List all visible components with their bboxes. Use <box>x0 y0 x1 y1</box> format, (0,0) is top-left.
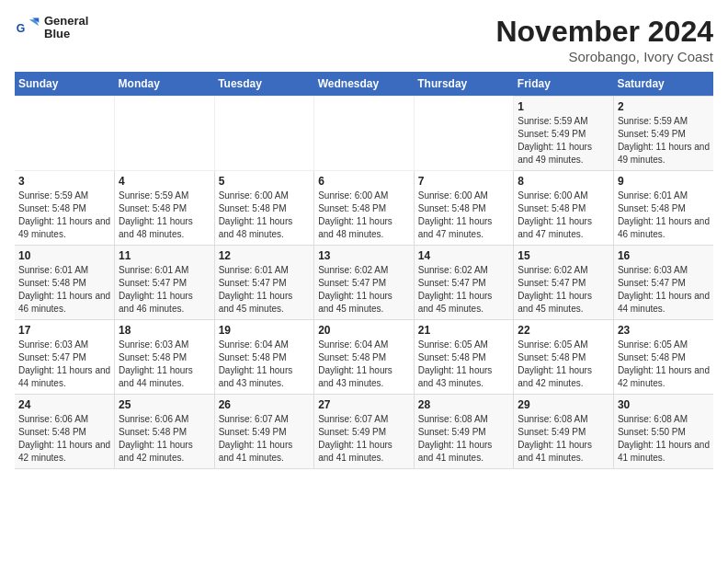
weekday-header: Wednesday <box>314 72 415 97</box>
day-number: 30 <box>618 398 710 411</box>
day-number: 3 <box>18 175 110 188</box>
calendar-cell: 19Sunrise: 6:04 AM Sunset: 5:48 PM Dayli… <box>214 320 314 395</box>
day-info: Sunrise: 6:05 AM Sunset: 5:48 PM Dayligh… <box>618 339 710 390</box>
day-info: Sunrise: 6:07 AM Sunset: 5:49 PM Dayligh… <box>219 413 311 465</box>
calendar-header: SundayMondayTuesdayWednesdayThursdayFrid… <box>15 72 713 97</box>
calendar-cell: 3Sunrise: 5:59 AM Sunset: 5:48 PM Daylig… <box>15 171 115 246</box>
calendar-body: 1Sunrise: 5:59 AM Sunset: 5:49 PM Daylig… <box>15 97 713 469</box>
calendar-cell: 11Sunrise: 6:01 AM Sunset: 5:47 PM Dayli… <box>115 246 215 320</box>
calendar-week-row: 17Sunrise: 6:03 AM Sunset: 5:47 PM Dayli… <box>15 320 713 395</box>
calendar-cell: 21Sunrise: 6:05 AM Sunset: 5:48 PM Dayli… <box>414 320 514 395</box>
day-number: 8 <box>518 175 609 188</box>
day-info: Sunrise: 6:08 AM Sunset: 5:49 PM Dayligh… <box>418 413 510 465</box>
calendar-cell: 1Sunrise: 5:59 AM Sunset: 5:49 PM Daylig… <box>514 97 614 171</box>
calendar-week-row: 24Sunrise: 6:06 AM Sunset: 5:48 PM Dayli… <box>15 395 713 469</box>
day-number: 20 <box>318 324 410 337</box>
calendar-cell: 6Sunrise: 6:00 AM Sunset: 5:48 PM Daylig… <box>314 171 415 246</box>
day-info: Sunrise: 6:05 AM Sunset: 5:48 PM Dayligh… <box>418 339 510 390</box>
day-info: Sunrise: 6:02 AM Sunset: 5:47 PM Dayligh… <box>518 264 609 316</box>
day-info: Sunrise: 6:03 AM Sunset: 5:47 PM Dayligh… <box>618 264 710 316</box>
day-number: 17 <box>18 324 110 337</box>
calendar-cell: 8Sunrise: 6:00 AM Sunset: 5:48 PM Daylig… <box>514 171 614 246</box>
day-number: 16 <box>618 249 710 262</box>
calendar-cell <box>314 97 415 171</box>
weekday-header: Sunday <box>15 72 115 97</box>
day-info: Sunrise: 5:59 AM Sunset: 5:49 PM Dayligh… <box>518 115 609 167</box>
day-number: 5 <box>219 175 311 188</box>
logo-line1: General <box>44 15 88 28</box>
calendar-cell: 4Sunrise: 5:59 AM Sunset: 5:48 PM Daylig… <box>115 171 215 246</box>
calendar-cell: 2Sunrise: 5:59 AM Sunset: 5:49 PM Daylig… <box>613 97 713 171</box>
calendar-cell: 18Sunrise: 6:03 AM Sunset: 5:48 PM Dayli… <box>115 320 215 395</box>
day-number: 22 <box>518 324 609 337</box>
weekday-header: Tuesday <box>214 72 314 97</box>
day-info: Sunrise: 6:06 AM Sunset: 5:48 PM Dayligh… <box>18 413 110 465</box>
day-number: 7 <box>418 175 510 188</box>
day-number: 29 <box>518 398 609 411</box>
day-info: Sunrise: 6:00 AM Sunset: 5:48 PM Dayligh… <box>219 190 311 241</box>
day-number: 24 <box>18 398 110 411</box>
day-info: Sunrise: 5:59 AM Sunset: 5:49 PM Dayligh… <box>618 115 710 167</box>
weekday-header: Friday <box>514 72 614 97</box>
day-info: Sunrise: 6:04 AM Sunset: 5:48 PM Dayligh… <box>318 339 410 390</box>
title-block: November 2024 Sorobango, Ivory Coast <box>495 15 713 64</box>
day-number: 27 <box>318 398 410 411</box>
day-number: 9 <box>618 175 710 188</box>
day-info: Sunrise: 6:00 AM Sunset: 5:48 PM Dayligh… <box>418 190 510 241</box>
logo-icon: G <box>15 15 40 40</box>
day-info: Sunrise: 6:07 AM Sunset: 5:49 PM Dayligh… <box>318 413 410 465</box>
day-info: Sunrise: 6:06 AM Sunset: 5:48 PM Dayligh… <box>119 413 210 465</box>
calendar-cell: 27Sunrise: 6:07 AM Sunset: 5:49 PM Dayli… <box>314 395 415 469</box>
weekday-header: Thursday <box>414 72 514 97</box>
weekday-header: Monday <box>115 72 215 97</box>
day-info: Sunrise: 6:03 AM Sunset: 5:47 PM Dayligh… <box>18 339 110 390</box>
weekday-header: Saturday <box>613 72 713 97</box>
calendar-cell: 26Sunrise: 6:07 AM Sunset: 5:49 PM Dayli… <box>214 395 314 469</box>
day-number: 15 <box>518 249 609 262</box>
day-number: 18 <box>119 324 210 337</box>
calendar-cell: 10Sunrise: 6:01 AM Sunset: 5:48 PM Dayli… <box>15 246 115 320</box>
calendar-cell: 28Sunrise: 6:08 AM Sunset: 5:49 PM Dayli… <box>414 395 514 469</box>
day-info: Sunrise: 6:01 AM Sunset: 5:47 PM Dayligh… <box>219 264 311 316</box>
page-header: G General Blue November 2024 Sorobango, … <box>15 15 713 64</box>
day-number: 2 <box>618 100 710 113</box>
day-number: 4 <box>119 175 210 188</box>
day-info: Sunrise: 6:04 AM Sunset: 5:48 PM Dayligh… <box>219 339 311 390</box>
day-number: 28 <box>418 398 510 411</box>
day-number: 19 <box>219 324 311 337</box>
calendar-cell: 5Sunrise: 6:00 AM Sunset: 5:48 PM Daylig… <box>214 171 314 246</box>
calendar-cell: 15Sunrise: 6:02 AM Sunset: 5:47 PM Dayli… <box>514 246 614 320</box>
svg-text:G: G <box>17 23 26 36</box>
calendar-week-row: 10Sunrise: 6:01 AM Sunset: 5:48 PM Dayli… <box>15 246 713 320</box>
day-number: 21 <box>418 324 510 337</box>
calendar-cell: 23Sunrise: 6:05 AM Sunset: 5:48 PM Dayli… <box>613 320 713 395</box>
day-number: 23 <box>618 324 710 337</box>
calendar-cell: 24Sunrise: 6:06 AM Sunset: 5:48 PM Dayli… <box>15 395 115 469</box>
calendar-cell <box>115 97 215 171</box>
calendar-cell <box>414 97 514 171</box>
day-info: Sunrise: 6:01 AM Sunset: 5:48 PM Dayligh… <box>18 264 110 316</box>
calendar-cell: 20Sunrise: 6:04 AM Sunset: 5:48 PM Dayli… <box>314 320 415 395</box>
day-number: 14 <box>418 249 510 262</box>
calendar-cell: 7Sunrise: 6:00 AM Sunset: 5:48 PM Daylig… <box>414 171 514 246</box>
calendar-cell: 25Sunrise: 6:06 AM Sunset: 5:48 PM Dayli… <box>115 395 215 469</box>
calendar-cell: 12Sunrise: 6:01 AM Sunset: 5:47 PM Dayli… <box>214 246 314 320</box>
logo-text: General Blue <box>44 15 88 41</box>
calendar-week-row: 3Sunrise: 5:59 AM Sunset: 5:48 PM Daylig… <box>15 171 713 246</box>
day-info: Sunrise: 6:00 AM Sunset: 5:48 PM Dayligh… <box>518 190 609 241</box>
day-number: 26 <box>219 398 311 411</box>
day-number: 1 <box>518 100 609 113</box>
day-number: 13 <box>318 249 410 262</box>
main-title: November 2024 <box>495 15 713 49</box>
day-info: Sunrise: 6:08 AM Sunset: 5:49 PM Dayligh… <box>518 413 609 465</box>
calendar-table: SundayMondayTuesdayWednesdayThursdayFrid… <box>15 72 713 469</box>
day-info: Sunrise: 6:01 AM Sunset: 5:47 PM Dayligh… <box>119 264 210 316</box>
day-info: Sunrise: 5:59 AM Sunset: 5:48 PM Dayligh… <box>18 190 110 241</box>
day-info: Sunrise: 5:59 AM Sunset: 5:48 PM Dayligh… <box>119 190 210 241</box>
calendar-cell: 22Sunrise: 6:05 AM Sunset: 5:48 PM Dayli… <box>514 320 614 395</box>
calendar-week-row: 1Sunrise: 5:59 AM Sunset: 5:49 PM Daylig… <box>15 97 713 171</box>
day-info: Sunrise: 6:08 AM Sunset: 5:50 PM Dayligh… <box>618 413 710 465</box>
day-number: 6 <box>318 175 410 188</box>
day-info: Sunrise: 6:02 AM Sunset: 5:47 PM Dayligh… <box>318 264 410 316</box>
day-info: Sunrise: 6:05 AM Sunset: 5:48 PM Dayligh… <box>518 339 609 390</box>
